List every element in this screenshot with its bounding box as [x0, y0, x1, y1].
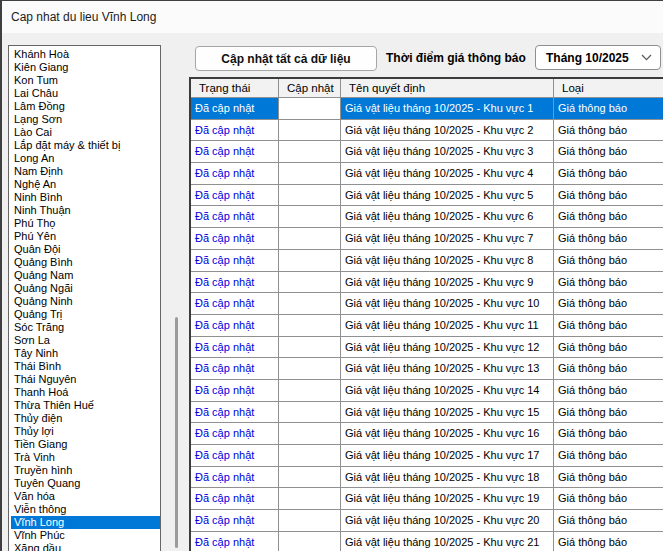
column-header-status[interactable]: Trạng thái	[191, 79, 279, 98]
cell-update[interactable]	[279, 488, 341, 510]
column-header-type[interactable]: Loại	[554, 79, 663, 98]
table-row[interactable]: Đã cập nhậtGiá vật liệu tháng 10/2025 - …	[191, 467, 663, 489]
list-item[interactable]: Lâm Đồng	[11, 100, 160, 113]
cell-status[interactable]: Đã cập nhật	[191, 402, 279, 424]
cell-update[interactable]	[279, 293, 341, 315]
table-row[interactable]: Đã cập nhậtGiá vật liệu tháng 10/2025 - …	[191, 445, 663, 467]
cell-update[interactable]	[279, 185, 341, 207]
cell-update[interactable]	[279, 250, 341, 272]
cell-update[interactable]	[279, 532, 341, 551]
table-row[interactable]: Đã cập nhậtGiá vật liệu tháng 10/2025 - …	[191, 380, 663, 402]
list-item[interactable]: Quảng Trị	[11, 308, 160, 321]
table-row[interactable]: Đã cập nhậtGiá vật liệu tháng 10/2025 - …	[191, 185, 663, 207]
table-row[interactable]: Đã cập nhậtGiá vật liệu tháng 10/2025 - …	[191, 532, 663, 551]
cell-status[interactable]: Đã cập nhật	[191, 488, 279, 510]
list-item[interactable]: Tây Ninh	[11, 347, 160, 360]
table-row[interactable]: Đã cập nhậtGiá vật liệu tháng 10/2025 - …	[191, 337, 663, 359]
cell-update[interactable]	[279, 510, 341, 532]
cell-status[interactable]: Đã cập nhật	[191, 163, 279, 185]
list-item[interactable]: Xăng dầu	[11, 542, 160, 551]
list-item[interactable]: Quảng Ngãi	[11, 282, 160, 295]
cell-update[interactable]	[279, 98, 341, 120]
cell-update[interactable]	[279, 206, 341, 228]
update-all-button[interactable]: Cập nhật tất cả dữ liệu	[195, 46, 377, 71]
cell-update[interactable]	[279, 380, 341, 402]
cell-status[interactable]: Đã cập nhật	[191, 532, 279, 551]
list-item[interactable]: Thừa Thiên Huế	[11, 399, 160, 412]
list-item[interactable]: Vĩnh Phúc	[11, 529, 160, 542]
column-header-update[interactable]: Cập nhật	[279, 79, 341, 98]
table-row[interactable]: Đã cập nhậtGiá vật liệu tháng 10/2025 - …	[191, 206, 663, 228]
table-row[interactable]: Đã cập nhậtGiá vật liệu tháng 10/2025 - …	[191, 120, 663, 142]
cell-status[interactable]: Đã cập nhật	[191, 206, 279, 228]
list-item[interactable]: Thanh Hoá	[11, 386, 160, 399]
cell-update[interactable]	[279, 445, 341, 467]
list-item[interactable]: Sóc Trăng	[11, 321, 160, 334]
table-row[interactable]: Đã cập nhậtGiá vật liệu tháng 10/2025 - …	[191, 163, 663, 185]
list-item[interactable]: Long An	[11, 152, 160, 165]
cell-update[interactable]	[279, 358, 341, 380]
list-item[interactable]: Quảng Bình	[11, 256, 160, 269]
list-item[interactable]: Ninh Thuận	[11, 204, 160, 217]
cell-status[interactable]: Đã cập nhật	[191, 228, 279, 250]
table-row[interactable]: Đã cập nhậtGiá vật liệu tháng 10/2025 - …	[191, 293, 663, 315]
list-item[interactable]: Truyền hình	[11, 464, 160, 477]
cell-status[interactable]: Đã cập nhật	[191, 467, 279, 489]
table-row[interactable]: Đã cập nhậtGiá vật liệu tháng 10/2025 - …	[191, 272, 663, 294]
table-row[interactable]: Đã cập nhậtGiá vật liệu tháng 10/2025 - …	[191, 250, 663, 272]
table-row[interactable]: Đã cập nhậtGiá vật liệu tháng 10/2025 - …	[191, 423, 663, 445]
list-item[interactable]: Phú Thọ	[11, 217, 160, 230]
table-row[interactable]: Đã cập nhậtGiá vật liệu tháng 10/2025 - …	[191, 315, 663, 337]
list-item[interactable]: Quân Đội	[11, 243, 160, 256]
list-item[interactable]: Kiên Giang	[11, 61, 160, 74]
table-row[interactable]: Đã cập nhậtGiá vật liệu tháng 10/2025 - …	[191, 98, 663, 120]
column-header-name[interactable]: Tên quyết định	[341, 79, 554, 98]
list-item[interactable]: Lào Cai	[11, 126, 160, 139]
cell-update[interactable]	[279, 337, 341, 359]
list-item[interactable]: Quảng Ninh	[11, 295, 160, 308]
cell-update[interactable]	[279, 141, 341, 163]
cell-update[interactable]	[279, 423, 341, 445]
list-item[interactable]: Nghệ An	[11, 178, 160, 191]
period-select[interactable]: Tháng 10/2025	[535, 45, 661, 70]
list-item[interactable]: Phú Yên	[11, 230, 160, 243]
list-item[interactable]: Thủy điện	[11, 412, 160, 425]
list-item[interactable]: Tiền Giang	[11, 438, 160, 451]
list-item[interactable]: Tuyên Quang	[11, 477, 160, 490]
list-item[interactable]: Ninh Bình	[11, 191, 160, 204]
cell-status[interactable]: Đã cập nhật	[191, 120, 279, 142]
table-row[interactable]: Đã cập nhậtGiá vật liệu tháng 10/2025 - …	[191, 488, 663, 510]
list-item[interactable]: Khánh Hoà	[11, 48, 160, 61]
cell-status[interactable]: Đã cập nhật	[191, 272, 279, 294]
cell-status[interactable]: Đã cập nhật	[191, 315, 279, 337]
cell-update[interactable]	[279, 120, 341, 142]
cell-status[interactable]: Đã cập nhật	[191, 141, 279, 163]
list-item[interactable]: Thái Bình	[11, 360, 160, 373]
cell-update[interactable]	[279, 467, 341, 489]
list-item[interactable]: Văn hóa	[11, 490, 160, 503]
cell-update[interactable]	[279, 315, 341, 337]
title-bar[interactable]: Cap nhat du lieu Vĩnh Long	[2, 1, 663, 33]
table-row[interactable]: Đã cập nhậtGiá vật liệu tháng 10/2025 - …	[191, 510, 663, 532]
list-item[interactable]: Viễn thông	[11, 503, 160, 516]
cell-update[interactable]	[279, 272, 341, 294]
cell-status[interactable]: Đã cập nhật	[191, 293, 279, 315]
cell-update[interactable]	[279, 163, 341, 185]
table-row[interactable]: Đã cập nhậtGiá vật liệu tháng 10/2025 - …	[191, 228, 663, 250]
list-item[interactable]: Thủy lợi	[11, 425, 160, 438]
cell-status[interactable]: Đã cập nhật	[191, 510, 279, 532]
list-item[interactable]: Trà Vinh	[11, 451, 160, 464]
list-item[interactable]: Lắp đặt máy & thiết bị	[11, 139, 160, 152]
cell-status[interactable]: Đã cập nhật	[191, 380, 279, 402]
cell-update[interactable]	[279, 228, 341, 250]
table-row[interactable]: Đã cập nhậtGiá vật liệu tháng 10/2025 - …	[191, 402, 663, 424]
list-item[interactable]: Lạng Sơn	[11, 113, 160, 126]
cell-status[interactable]: Đã cập nhật	[191, 185, 279, 207]
table-row[interactable]: Đã cập nhậtGiá vật liệu tháng 10/2025 - …	[191, 141, 663, 163]
list-item[interactable]: Lai Châu	[11, 87, 160, 100]
cell-status[interactable]: Đã cập nhật	[191, 445, 279, 467]
list-item[interactable]: Thái Nguyên	[11, 373, 160, 386]
table-row[interactable]: Đã cập nhậtGiá vật liệu tháng 10/2025 - …	[191, 358, 663, 380]
listbox-scrollbar-thumb[interactable]	[175, 317, 178, 548]
list-item[interactable]: Vĩnh Long	[11, 516, 160, 529]
